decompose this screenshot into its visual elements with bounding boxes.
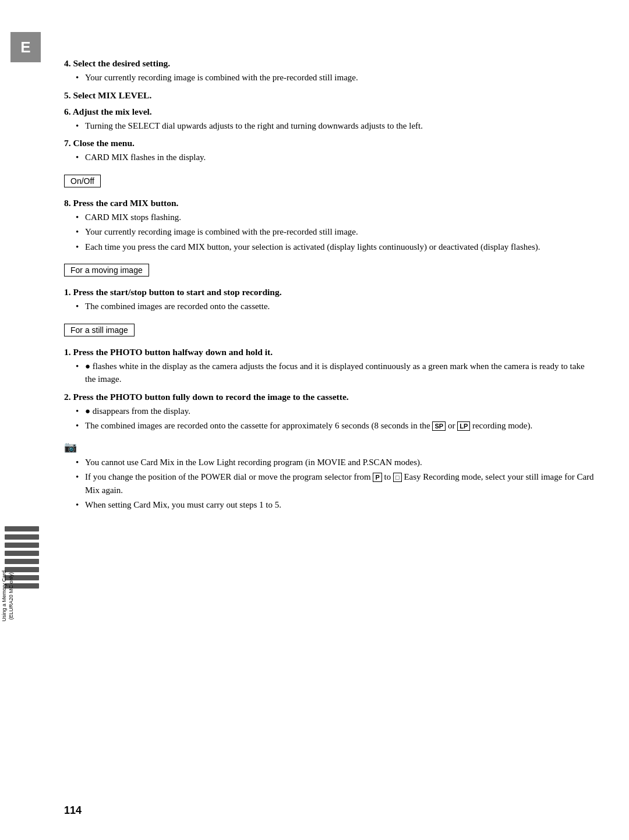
- step5-heading: 5. Select MIX LEVEL.: [64, 90, 594, 101]
- bullet2-or: or: [446, 421, 457, 430]
- sp-icon: SP: [432, 421, 446, 431]
- on-off-label: On/Off: [64, 169, 594, 192]
- on-off-box: On/Off: [64, 175, 101, 187]
- still-image-box: For a still image: [64, 324, 135, 336]
- camera-icon: 📷: [64, 441, 594, 453]
- sub-step1-still-bullet1: ● flashes white in the display as the ca…: [75, 360, 594, 386]
- step4-bullets: Your currently recording image is combin…: [75, 71, 594, 84]
- step6-heading: 6. Adjust the mix level.: [64, 107, 594, 117]
- lp-icon: LP: [457, 421, 470, 431]
- sub-step1-moving-bullet1: The combined images are recorded onto th…: [75, 300, 594, 313]
- step6-bullets: Turning the SELECT dial upwards adjusts …: [75, 119, 594, 133]
- sidebar-vertical-text: Using a Memory Card (ELURA20 MC only): [1, 570, 17, 622]
- step8-heading: 8. Press the card MIX button.: [64, 198, 594, 208]
- step7-heading: 7. Close the menu.: [64, 138, 594, 148]
- step8-bullet1: CARD MIX stops flashing.: [75, 211, 594, 224]
- stripe-1: [5, 526, 39, 531]
- step8-bullet2: Your currently recording image is combin…: [75, 225, 594, 239]
- note2-pre: If you change the position of the POWER …: [85, 472, 373, 481]
- step7-bullet1: CARD MIX flashes in the display.: [75, 151, 594, 164]
- p-icon: P: [373, 473, 381, 482]
- stripe-4: [5, 551, 39, 556]
- sub-step2-still-bullet2: The combined images are recorded onto th…: [75, 419, 594, 433]
- step4-bullet1: Your currently recording image is combin…: [75, 71, 594, 84]
- box-icon: □: [393, 473, 402, 482]
- moving-image-label-wrapper: For a moving image: [64, 258, 594, 281]
- main-content: 4. Select the desired setting. Your curr…: [64, 35, 594, 512]
- step8-bullet3: Each time you press the card MIX button,…: [75, 240, 594, 254]
- sub-step2-still-heading: 2. Press the PHOTO button fully down to …: [64, 392, 594, 402]
- e-label: E: [10, 32, 41, 62]
- moving-image-box: For a moving image: [64, 264, 149, 277]
- note3: When setting Card Mix, you must carry ou…: [75, 498, 594, 512]
- note2: If you change the position of the POWER …: [75, 470, 594, 497]
- note1: You cannot use Card Mix in the Low Light…: [75, 456, 594, 469]
- step7-bullets: CARD MIX flashes in the display.: [75, 151, 594, 164]
- sub-step2-still-bullets: ● disappears from the display. The combi…: [75, 405, 594, 433]
- bullet2-text-pre: The combined images are recorded onto th…: [85, 421, 432, 430]
- still-image-label-wrapper: For a still image: [64, 318, 594, 341]
- stripe-2: [5, 534, 39, 540]
- note2-mid: to: [382, 472, 393, 481]
- sidebar: E Using a Memory Card (ELURA20 MC only): [0, 0, 58, 840]
- sub-step1-still-heading: 1. Press the PHOTO button halfway down a…: [64, 347, 594, 357]
- sub-step1-moving-bullets: The combined images are recorded onto th…: [75, 300, 594, 313]
- sidebar-text-line2: (ELURA20 MC only): [8, 572, 14, 620]
- page: E Using a Memory Card (ELURA20 MC only) …: [0, 0, 629, 840]
- notes-list: You cannot use Card Mix in the Low Light…: [75, 456, 594, 512]
- page-number: 114: [64, 804, 82, 817]
- stripe-3: [5, 543, 39, 548]
- sub-step2-still-bullet1: ● disappears from the display.: [75, 405, 594, 418]
- notes-section: 📷 You cannot use Card Mix in the Low Lig…: [64, 441, 594, 512]
- step8-bullets: CARD MIX stops flashing. Your currently …: [75, 211, 594, 254]
- step6-bullet1: Turning the SELECT dial upwards adjusts …: [75, 119, 594, 133]
- sub-step1-moving-heading: 1. Press the start/stop button to start …: [64, 287, 594, 297]
- step4-heading: 4. Select the desired setting.: [64, 58, 594, 69]
- sub-step1-still-bullets: ● flashes white in the display as the ca…: [75, 360, 594, 386]
- stripe-5: [5, 559, 39, 564]
- bullet2-end: recording mode).: [470, 421, 532, 430]
- sidebar-text-line1: Using a Memory Card: [1, 570, 7, 622]
